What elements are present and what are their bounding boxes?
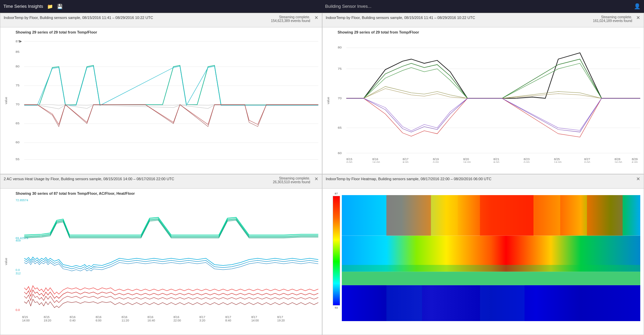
svg-rect-120 <box>431 195 458 236</box>
heatmap-grid <box>342 195 641 321</box>
save-icon[interactable]: 💾 <box>57 4 63 9</box>
panel-header-tr: IndoorTemp by Floor, Building sensors sa… <box>323 13 644 27</box>
app-title: Time Series Insights <box>3 4 43 9</box>
svg-text:16:00: 16:00 <box>614 161 622 162</box>
chart-area-tr: value Showing 29 series of 29 total from… <box>323 27 644 174</box>
svg-text:87▶: 87▶ <box>16 39 22 43</box>
close-button-tl[interactable]: ✕ <box>314 15 318 20</box>
svg-text:8/16: 8/16 <box>173 315 179 319</box>
svg-text:19:20: 19:20 <box>277 319 285 322</box>
heatmap-min-label: 53 <box>333 306 340 309</box>
svg-text:312: 312 <box>16 271 21 275</box>
svg-text:8/29: 8/29 <box>631 158 637 161</box>
y-axis-label-tr: value <box>326 97 330 104</box>
chart-subtitle-tr: Showing 29 series of 29 total from Temp/… <box>338 30 641 34</box>
y-axis-label-tl: value <box>4 97 8 104</box>
y-axis-label-bl: value <box>4 258 8 265</box>
close-button-tr[interactable]: ✕ <box>636 15 640 20</box>
panel-status-tl: Streaming complete. 154,623,389 events f… <box>271 15 310 23</box>
svg-text:16:00: 16:00 <box>463 161 471 162</box>
svg-text:72.65574: 72.65574 <box>16 198 28 202</box>
chart-area-tl: value Showing 29 series of 29 total from… <box>0 27 322 174</box>
svg-text:8/16: 8/16 <box>70 315 76 319</box>
svg-text:0:00: 0:00 <box>523 161 529 162</box>
folder-icon[interactable]: 📁 <box>47 4 53 9</box>
svg-text:16:40: 16:40 <box>147 319 155 322</box>
svg-text:8/17: 8/17 <box>251 315 257 319</box>
svg-text:8/17: 8/17 <box>402 158 408 161</box>
panel-header-bl: 2 AC versus Heat Usage by Floor, Buildin… <box>0 174 322 189</box>
panel-title-br: IndoorTemp by Floor Heatmap, Building se… <box>326 176 492 181</box>
svg-text:8/15: 8/15 <box>44 315 49 319</box>
svg-text:3:20: 3:20 <box>199 319 205 322</box>
svg-rect-118 <box>480 195 533 236</box>
svg-text:60: 60 <box>338 151 342 155</box>
svg-text:8:00: 8:00 <box>493 161 499 162</box>
svg-text:8/15: 8/15 <box>22 315 28 319</box>
svg-text:0:00: 0:00 <box>433 161 438 162</box>
chart-subtitle-tl: Showing 29 series of 29 total from Temp/… <box>16 30 318 34</box>
chart-subtitle-bl: Showing 30 series of 87 total from Temp/… <box>16 191 318 195</box>
svg-text:8/25: 8/25 <box>554 158 560 161</box>
svg-text:0:00: 0:00 <box>584 161 590 162</box>
user-icon[interactable]: 👤 <box>634 3 641 9</box>
panel-header-br: IndoorTemp by Floor Heatmap, Building se… <box>323 174 644 189</box>
panel-bottom-right: IndoorTemp by Floor Heatmap, Building se… <box>322 174 644 335</box>
svg-text:8/23: 8/23 <box>523 158 529 161</box>
svg-text:8/17: 8/17 <box>199 315 205 319</box>
svg-text:22:00: 22:00 <box>173 319 181 322</box>
svg-text:75: 75 <box>338 67 342 70</box>
svg-text:6:00: 6:00 <box>631 161 637 162</box>
svg-rect-124 <box>480 285 524 321</box>
svg-text:8/16: 8/16 <box>372 158 378 161</box>
svg-text:0.0: 0.0 <box>16 268 20 271</box>
titlebar: Time Series Insights 📁 💾 Building Sensor… <box>0 0 644 13</box>
chart-area-bl: value Showing 30 series of 87 total from… <box>0 189 322 335</box>
svg-rect-121 <box>533 195 560 236</box>
svg-rect-123 <box>386 285 422 321</box>
chart-svg-tl: 87▶ 85 80 75 70 65 60 55 <box>16 36 318 163</box>
svg-text:70: 70 <box>16 103 20 106</box>
svg-text:0:00: 0:00 <box>346 161 352 162</box>
svg-text:0.0: 0.0 <box>16 308 20 312</box>
heatmap-x-axis: 8/17 22:00 8/18 0:50 8/18 3:40 8/18 6:30… <box>342 190 641 195</box>
svg-text:65: 65 <box>338 126 342 129</box>
svg-text:14:00: 14:00 <box>22 319 29 322</box>
svg-text:8:40: 8:40 <box>225 319 231 322</box>
svg-text:8/16: 8/16 <box>122 315 127 319</box>
svg-text:409: 409 <box>16 238 21 242</box>
svg-text:55: 55 <box>16 157 20 161</box>
close-button-br[interactable]: ✕ <box>636 176 640 181</box>
panel-header-tl: IndoorTemp by Floor, Building sensors sa… <box>0 13 322 27</box>
svg-rect-122 <box>342 265 641 285</box>
chart-svg-tr: 80 75 70 65 60 <box>338 36 641 163</box>
svg-text:60: 60 <box>16 141 20 144</box>
svg-text:8/17: 8/17 <box>225 315 231 319</box>
panel-status-tr: Streaming complete. 161,024,189 events f… <box>593 15 632 23</box>
svg-text:8/21: 8/21 <box>493 158 499 161</box>
panel-top-left: IndoorTemp by Floor, Building sensors sa… <box>0 13 322 174</box>
main-content: IndoorTemp by Floor, Building sensors sa… <box>0 13 644 335</box>
svg-text:8/20: 8/20 <box>463 158 469 161</box>
svg-text:85: 85 <box>16 50 20 54</box>
svg-text:8/27: 8/27 <box>584 158 590 161</box>
svg-text:65: 65 <box>16 122 20 125</box>
heatmap-max-label: 87 <box>333 192 340 195</box>
svg-text:19:20: 19:20 <box>44 319 51 322</box>
panel-status-bl: Streaming complete. 26,303,510 events fo… <box>273 176 310 184</box>
svg-rect-117 <box>386 195 431 236</box>
svg-text:14:00: 14:00 <box>251 319 259 322</box>
svg-text:8/19: 8/19 <box>433 158 438 161</box>
svg-text:8/16: 8/16 <box>96 315 101 319</box>
close-button-bl[interactable]: ✕ <box>314 176 318 181</box>
svg-text:75: 75 <box>16 84 20 87</box>
svg-text:16:00: 16:00 <box>554 161 561 162</box>
svg-text:70: 70 <box>338 96 342 100</box>
svg-text:16:00: 16:00 <box>372 161 380 162</box>
svg-text:11:20: 11:20 <box>122 319 129 322</box>
svg-text:80: 80 <box>338 45 342 49</box>
panel-title-bl: 2 AC versus Heat Usage by Floor, Buildin… <box>4 176 174 181</box>
heatmap-area: 87 53 8/17 22:00 8/18 0:50 8/18 3:40 8/1… <box>323 189 644 335</box>
svg-text:6:00: 6:00 <box>96 319 101 322</box>
svg-rect-119 <box>587 195 622 236</box>
